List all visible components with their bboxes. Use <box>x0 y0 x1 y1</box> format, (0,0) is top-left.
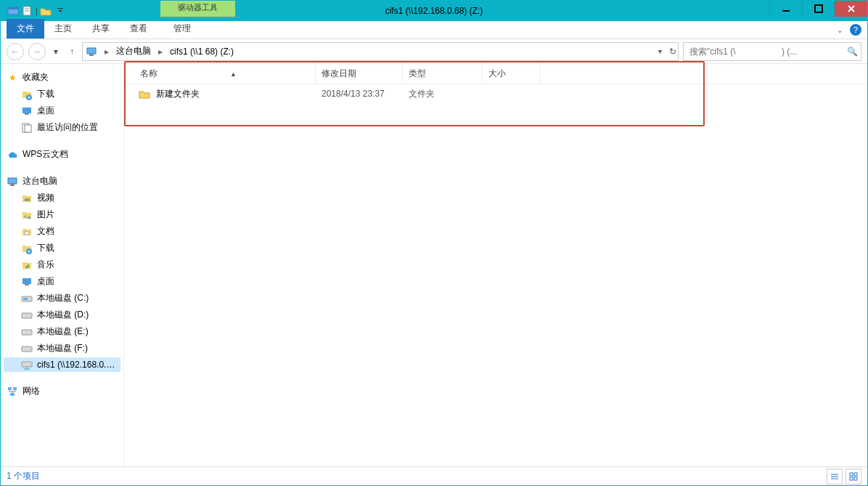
svg-rect-39 <box>850 477 853 480</box>
nav-item-label: 桌面 <box>37 275 54 288</box>
view-thumbnails-button[interactable] <box>846 469 861 485</box>
tab-manage[interactable]: 管理 <box>163 19 201 39</box>
tab-home[interactable]: 主页 <box>44 19 82 39</box>
search-box[interactable]: 🔍 <box>683 42 861 61</box>
maximize-button[interactable] <box>802 1 835 17</box>
navigation-bar: ← → ▾ ↑ ▸ 这台电脑 ▸ cifs1 (\\1 68) (Z:) ▾ ↻… <box>1 39 867 64</box>
drive-icon <box>21 293 33 304</box>
nav-item-music[interactable]: 音乐 <box>4 257 120 272</box>
address-dropdown-icon[interactable]: ▾ <box>658 47 662 55</box>
nav-item-drive-c[interactable]: 本地磁盘 (C:) <box>4 291 120 306</box>
app-icon <box>7 4 20 17</box>
svg-rect-32 <box>13 387 17 390</box>
folder-icon <box>139 88 150 100</box>
picture-icon <box>21 209 33 221</box>
nav-group-thispc[interactable]: 这台电脑 <box>4 174 120 189</box>
ribbon-expand-icon[interactable]: ⌄ <box>837 26 843 34</box>
svg-rect-37 <box>850 473 853 476</box>
col-type-header[interactable]: 类型 <box>403 64 483 84</box>
breadcrumb-current[interactable]: cifs1 (\\1 68) (Z:) <box>170 46 234 57</box>
nav-item-drive-f[interactable]: 本地磁盘 (F:) <box>4 341 120 356</box>
nav-group-wps[interactable]: WPS云文档 <box>4 147 120 162</box>
search-icon[interactable]: 🔍 <box>847 46 858 57</box>
qat-folder-icon[interactable] <box>39 4 52 17</box>
svg-point-20 <box>25 215 27 217</box>
doc-icon <box>21 226 33 238</box>
file-name: 新建文件夹 <box>156 88 200 100</box>
forward-button[interactable]: → <box>28 43 46 60</box>
nav-item-videos[interactable]: 视频 <box>4 190 120 206</box>
nav-item-recent[interactable]: 最近访问的位置 <box>4 120 120 135</box>
help-icon[interactable]: ? <box>850 24 861 36</box>
svg-rect-1 <box>8 7 18 9</box>
cloud-icon <box>7 149 18 161</box>
breadcrumb-root[interactable]: 这台电脑 <box>116 45 151 57</box>
nav-item-label: 本地磁盘 (C:) <box>37 292 89 304</box>
empty-space[interactable] <box>124 103 867 466</box>
video-icon <box>21 193 33 204</box>
col-date-header[interactable]: 修改日期 <box>316 64 403 84</box>
view-details-button[interactable] <box>827 469 843 485</box>
tab-view[interactable]: 查看 <box>120 19 157 39</box>
svg-rect-24 <box>25 284 29 285</box>
qat-dropdown-icon[interactable] <box>54 4 67 17</box>
recent-locations-dropdown[interactable]: ▾ <box>50 43 62 60</box>
nav-group-favorites[interactable]: ★ 收藏夹 <box>4 70 120 85</box>
nav-item-label: 本地磁盘 (E:) <box>37 325 89 338</box>
network-icon <box>7 386 18 397</box>
tab-file[interactable]: 文件 <box>7 19 44 39</box>
drive-icon <box>21 326 33 338</box>
svg-rect-26 <box>23 298 28 300</box>
nav-item-label: cifs1 (\\192.168.0.68) (Z:) <box>37 360 118 370</box>
nav-pane: ★ 收藏夹 下载 桌面 最近访问的位置 WPS云文档 <box>1 64 124 466</box>
nav-item-netdrive-z[interactable]: cifs1 (\\192.168.0.68) (Z:) <box>4 357 120 372</box>
search-input[interactable] <box>688 46 856 57</box>
close-button[interactable] <box>835 1 867 17</box>
download-icon <box>21 243 33 254</box>
content-area: 名称 ▲ 修改日期 类型 大小 新建文件夹 2018/4/13 23:37 文件… <box>124 64 867 466</box>
nav-group-network[interactable]: 网络 <box>4 384 120 399</box>
qat-properties-icon[interactable] <box>21 4 34 17</box>
main-area: ★ 收藏夹 下载 桌面 最近访问的位置 WPS云文档 <box>1 64 867 466</box>
breadcrumb-arrow-icon[interactable]: ▸ <box>102 46 112 57</box>
drive-tool-badge: 驱动器工具 <box>160 1 235 17</box>
nav-item-label: 音乐 <box>37 259 54 271</box>
svg-rect-21 <box>25 232 29 235</box>
nav-item-downloads[interactable]: 下载 <box>4 86 120 102</box>
nav-item-documents[interactable]: 文档 <box>4 224 120 239</box>
nav-item-drive-d[interactable]: 本地磁盘 (D:) <box>4 307 120 323</box>
file-date: 2018/4/13 23:37 <box>316 89 403 99</box>
up-button[interactable]: ↑ <box>66 43 78 60</box>
back-button[interactable]: ← <box>7 43 24 60</box>
nav-item-label: 最近访问的位置 <box>37 121 98 134</box>
nav-item-drive-e[interactable]: 本地磁盘 (E:) <box>4 324 120 339</box>
svg-rect-30 <box>22 362 32 367</box>
nav-item-label: 下载 <box>37 242 54 254</box>
minimize-button[interactable] <box>769 1 802 17</box>
col-name-header[interactable]: 名称 ▲ <box>134 64 316 84</box>
address-bar[interactable]: ▸ 这台电脑 ▸ cifs1 (\\1 68) (Z:) ▾ ↻ <box>82 42 679 61</box>
svg-rect-16 <box>25 125 31 132</box>
breadcrumb-arrow-icon[interactable]: ▸ <box>155 46 165 57</box>
desktop-icon <box>21 105 33 117</box>
refresh-icon[interactable]: ↻ <box>669 46 676 57</box>
nav-item-label: 下载 <box>37 88 54 100</box>
download-icon <box>21 89 33 100</box>
svg-rect-6 <box>782 10 790 12</box>
file-row[interactable]: 新建文件夹 2018/4/13 23:37 文件夹 <box>124 84 867 103</box>
nav-item-pictures[interactable]: 图片 <box>4 207 120 222</box>
nav-item-desktop[interactable]: 桌面 <box>4 103 120 118</box>
col-name-label: 名称 <box>140 68 157 80</box>
nav-item-desktop2[interactable]: 桌面 <box>4 274 120 289</box>
svg-rect-38 <box>854 473 857 476</box>
tab-share[interactable]: 共享 <box>82 19 120 39</box>
col-size-header[interactable]: 大小 <box>483 64 541 84</box>
star-icon: ★ <box>7 72 18 84</box>
column-headers: 名称 ▲ 修改日期 类型 大小 <box>124 64 867 84</box>
title-bar: | 驱动器工具 cifs1 (\\192.168.0.68) (Z:) <box>1 1 867 21</box>
nav-item-downloads2[interactable]: 下载 <box>4 240 120 256</box>
svg-rect-23 <box>22 278 31 284</box>
nav-label: WPS云文档 <box>22 148 68 161</box>
netdrive-icon <box>21 359 33 370</box>
svg-rect-19 <box>25 198 30 201</box>
